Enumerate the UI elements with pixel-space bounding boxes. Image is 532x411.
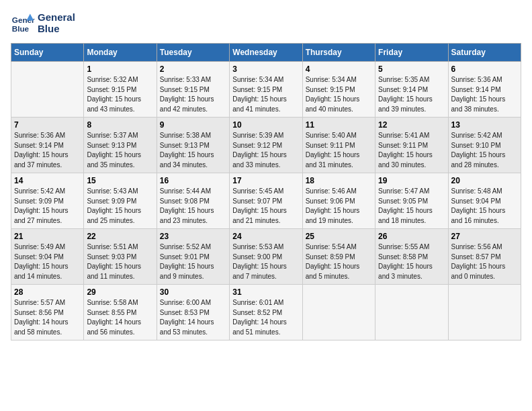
day-info: Sunrise: 5:40 AM Sunset: 9:11 PM Dayligh… [306, 131, 372, 170]
col-header-thursday: Thursday [302, 44, 375, 62]
day-number: 26 [378, 232, 445, 241]
day-number: 17 [232, 176, 299, 185]
day-cell: 24Sunrise: 5:53 AM Sunset: 9:00 PM Dayli… [230, 229, 302, 285]
day-info: Sunrise: 5:42 AM Sunset: 9:10 PM Dayligh… [451, 131, 518, 170]
col-header-tuesday: Tuesday [157, 44, 229, 62]
day-info: Sunrise: 5:33 AM Sunset: 9:15 PM Dayligh… [160, 75, 226, 114]
day-cell: 20Sunrise: 5:48 AM Sunset: 9:04 PM Dayli… [448, 173, 521, 229]
day-cell: 27Sunrise: 5:56 AM Sunset: 8:57 PM Dayli… [448, 229, 521, 285]
day-number: 30 [160, 287, 226, 297]
day-cell: 22Sunrise: 5:51 AM Sunset: 9:03 PM Dayli… [84, 229, 157, 285]
day-number: 14 [14, 176, 81, 185]
day-info: Sunrise: 5:46 AM Sunset: 9:06 PM Dayligh… [306, 187, 372, 226]
day-number: 6 [451, 64, 518, 74]
day-number: 7 [14, 120, 81, 130]
day-number: 20 [451, 176, 518, 185]
day-info: Sunrise: 6:01 AM Sunset: 8:52 PM Dayligh… [232, 298, 299, 337]
day-info: Sunrise: 5:54 AM Sunset: 8:59 PM Dayligh… [306, 242, 372, 281]
day-cell: 5Sunrise: 5:35 AM Sunset: 9:14 PM Daylig… [375, 62, 448, 118]
day-cell: 14Sunrise: 5:42 AM Sunset: 9:09 PM Dayli… [11, 173, 84, 229]
day-cell: 31Sunrise: 6:01 AM Sunset: 8:52 PM Dayli… [230, 285, 302, 340]
day-number: 19 [378, 176, 445, 185]
day-cell: 13Sunrise: 5:42 AM Sunset: 9:10 PM Dayli… [448, 118, 521, 173]
day-number: 5 [378, 64, 445, 74]
day-cell: 1Sunrise: 5:32 AM Sunset: 9:15 PM Daylig… [84, 62, 157, 118]
day-number: 27 [451, 232, 518, 241]
day-cell: 6Sunrise: 5:36 AM Sunset: 9:14 PM Daylig… [448, 62, 521, 118]
day-number: 15 [87, 176, 153, 185]
page-header: General Blue General Blue [11, 11, 521, 35]
day-cell: 7Sunrise: 5:36 AM Sunset: 9:14 PM Daylig… [11, 118, 84, 173]
col-header-sunday: Sunday [11, 44, 84, 62]
day-cell: 23Sunrise: 5:52 AM Sunset: 9:01 PM Dayli… [157, 229, 229, 285]
day-info: Sunrise: 5:55 AM Sunset: 8:58 PM Dayligh… [378, 242, 445, 281]
day-info: Sunrise: 5:58 AM Sunset: 8:55 PM Dayligh… [87, 298, 153, 337]
day-number: 1 [87, 64, 153, 74]
svg-text:Blue: Blue [12, 24, 30, 33]
day-cell: 10Sunrise: 5:39 AM Sunset: 9:12 PM Dayli… [230, 118, 302, 173]
day-number: 22 [87, 232, 153, 241]
day-info: Sunrise: 5:51 AM Sunset: 9:03 PM Dayligh… [87, 242, 153, 281]
day-info: Sunrise: 5:57 AM Sunset: 8:56 PM Dayligh… [14, 298, 81, 337]
day-info: Sunrise: 5:37 AM Sunset: 9:13 PM Dayligh… [87, 131, 153, 170]
day-info: Sunrise: 5:48 AM Sunset: 9:04 PM Dayligh… [451, 187, 518, 226]
day-info: Sunrise: 5:34 AM Sunset: 9:15 PM Dayligh… [306, 75, 372, 114]
day-cell [302, 285, 375, 340]
day-number: 12 [378, 120, 445, 130]
day-cell: 29Sunrise: 5:58 AM Sunset: 8:55 PM Dayli… [84, 285, 157, 340]
week-row-3: 14Sunrise: 5:42 AM Sunset: 9:09 PM Dayli… [11, 173, 521, 229]
logo-blue: Blue [38, 23, 75, 34]
day-info: Sunrise: 5:43 AM Sunset: 9:09 PM Dayligh… [87, 187, 153, 226]
day-cell: 2Sunrise: 5:33 AM Sunset: 9:15 PM Daylig… [157, 62, 229, 118]
col-header-monday: Monday [84, 44, 157, 62]
week-row-4: 21Sunrise: 5:49 AM Sunset: 9:04 PM Dayli… [11, 229, 521, 285]
day-info: Sunrise: 5:35 AM Sunset: 9:14 PM Dayligh… [378, 75, 445, 114]
day-info: Sunrise: 5:42 AM Sunset: 9:09 PM Dayligh… [14, 187, 81, 226]
day-cell [448, 285, 521, 340]
day-number: 4 [306, 64, 372, 74]
day-info: Sunrise: 5:56 AM Sunset: 8:57 PM Dayligh… [451, 242, 518, 281]
day-info: Sunrise: 5:45 AM Sunset: 9:07 PM Dayligh… [232, 187, 299, 226]
calendar-table: SundayMondayTuesdayWednesdayThursdayFrid… [11, 43, 521, 340]
logo-general: General [38, 11, 75, 23]
day-cell: 28Sunrise: 5:57 AM Sunset: 8:56 PM Dayli… [11, 285, 84, 340]
day-info: Sunrise: 5:39 AM Sunset: 9:12 PM Dayligh… [232, 131, 299, 170]
day-number: 16 [160, 176, 226, 185]
day-cell: 19Sunrise: 5:47 AM Sunset: 9:05 PM Dayli… [375, 173, 448, 229]
column-headers: SundayMondayTuesdayWednesdayThursdayFrid… [11, 44, 521, 62]
day-number: 24 [232, 232, 299, 241]
day-number: 9 [160, 120, 226, 130]
day-info: Sunrise: 5:36 AM Sunset: 9:14 PM Dayligh… [14, 131, 81, 170]
day-number: 28 [14, 287, 81, 297]
week-row-1: 1Sunrise: 5:32 AM Sunset: 9:15 PM Daylig… [11, 62, 521, 118]
day-number: 2 [160, 64, 226, 74]
day-cell: 26Sunrise: 5:55 AM Sunset: 8:58 PM Dayli… [375, 229, 448, 285]
day-info: Sunrise: 5:32 AM Sunset: 9:15 PM Dayligh… [87, 75, 153, 114]
day-cell: 30Sunrise: 6:00 AM Sunset: 8:53 PM Dayli… [157, 285, 229, 340]
day-info: Sunrise: 5:53 AM Sunset: 9:00 PM Dayligh… [232, 242, 299, 281]
day-info: Sunrise: 6:00 AM Sunset: 8:53 PM Dayligh… [160, 298, 226, 337]
day-number: 11 [306, 120, 372, 130]
day-info: Sunrise: 5:41 AM Sunset: 9:11 PM Dayligh… [378, 131, 445, 170]
day-cell: 18Sunrise: 5:46 AM Sunset: 9:06 PM Dayli… [302, 173, 375, 229]
day-number: 10 [232, 120, 299, 130]
day-number: 13 [451, 120, 518, 130]
col-header-saturday: Saturday [448, 44, 521, 62]
day-cell: 15Sunrise: 5:43 AM Sunset: 9:09 PM Dayli… [84, 173, 157, 229]
calendar-body: 1Sunrise: 5:32 AM Sunset: 9:15 PM Daylig… [11, 62, 521, 340]
day-info: Sunrise: 5:52 AM Sunset: 9:01 PM Dayligh… [160, 242, 226, 281]
day-number: 29 [87, 287, 153, 297]
day-info: Sunrise: 5:49 AM Sunset: 9:04 PM Dayligh… [14, 242, 81, 281]
day-info: Sunrise: 5:36 AM Sunset: 9:14 PM Dayligh… [451, 75, 518, 114]
day-number: 23 [160, 232, 226, 241]
day-info: Sunrise: 5:47 AM Sunset: 9:05 PM Dayligh… [378, 187, 445, 226]
day-cell: 16Sunrise: 5:44 AM Sunset: 9:08 PM Dayli… [157, 173, 229, 229]
day-cell: 11Sunrise: 5:40 AM Sunset: 9:11 PM Dayli… [302, 118, 375, 173]
day-number: 8 [87, 120, 153, 130]
day-cell [375, 285, 448, 340]
day-cell: 12Sunrise: 5:41 AM Sunset: 9:11 PM Dayli… [375, 118, 448, 173]
day-cell: 4Sunrise: 5:34 AM Sunset: 9:15 PM Daylig… [302, 62, 375, 118]
day-info: Sunrise: 5:44 AM Sunset: 9:08 PM Dayligh… [160, 187, 226, 226]
day-cell: 8Sunrise: 5:37 AM Sunset: 9:13 PM Daylig… [84, 118, 157, 173]
day-number: 21 [14, 232, 81, 241]
